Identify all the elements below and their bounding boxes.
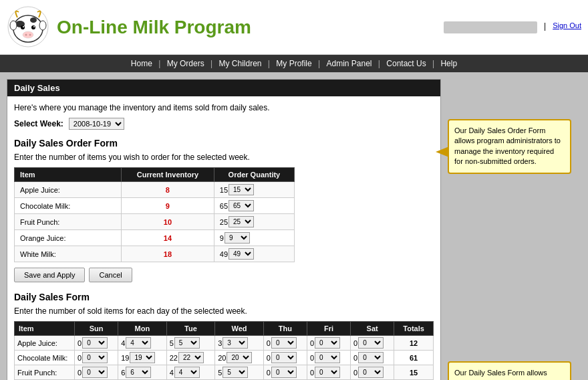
sales-wed-select[interactable]: 5	[223, 367, 248, 378]
order-qty-select[interactable]: 65	[229, 200, 254, 211]
svg-point-11	[25, 34, 27, 36]
panel-header: Daily Sales	[7, 80, 440, 96]
sales-mon-select[interactable]: 4	[126, 337, 151, 349]
order-item-name: Apple Juice:	[15, 182, 122, 198]
nav-my-orders[interactable]: My Orders	[163, 59, 208, 68]
tooltip2-text: Our Daily Sales Form allows program admi…	[454, 369, 561, 380]
order-save-apply-button[interactable]: Save and Apply	[14, 268, 85, 282]
nav-my-profile[interactable]: My Profile	[272, 59, 315, 68]
sales-total-val: 61	[394, 351, 434, 365]
pipe-sep: |	[544, 21, 546, 31]
sales-table-row: Fruit Punch: 0 0 6 6	[15, 365, 434, 380]
order-table-row: Apple Juice: 8 15 15	[15, 182, 295, 198]
order-qty-cell: 49 49	[214, 246, 294, 262]
desc-text: Here's where you manage the inventory an…	[14, 103, 434, 112]
sales-sat-select[interactable]: 0	[358, 367, 384, 378]
sales-total-val: 12	[394, 336, 434, 351]
nav-admin-panel[interactable]: Admin Panel	[322, 59, 376, 68]
sales-item-name: Apple Juice:	[15, 336, 75, 351]
signout-link[interactable]: Sign Out	[553, 21, 581, 29]
nav-contact-us[interactable]: Contact Us	[382, 59, 430, 68]
sales-item-name: Fruit Punch:	[15, 365, 75, 380]
sales-sat-cell: 0 0	[351, 336, 394, 351]
svg-point-5	[39, 21, 46, 30]
week-select[interactable]: 2008-10-19	[69, 118, 124, 130]
nav-my-children[interactable]: My Children	[214, 59, 265, 68]
sales-fri-cell: 0 0	[307, 336, 350, 351]
header-right: | Sign Out	[444, 21, 581, 33]
svg-point-12	[29, 34, 31, 36]
header-left: On-Line Milk Program	[7, 5, 251, 49]
order-cancel-button[interactable]: Cancel	[89, 268, 132, 282]
order-table-row: Orange Juice: 14 9 9	[15, 230, 295, 246]
sales-sun-select[interactable]: 0	[82, 337, 108, 349]
site-title: On-Line Milk Program	[57, 17, 251, 38]
sales-sat-select[interactable]: 0	[358, 352, 384, 363]
sales-wed-select[interactable]: 20	[227, 352, 252, 363]
sales-col-totals: Totals	[394, 322, 434, 336]
svg-point-6	[21, 25, 25, 29]
order-qty-select[interactable]: 15	[229, 184, 254, 195]
nav-sep1: |	[158, 59, 162, 68]
sales-col-fri: Fri	[307, 322, 350, 336]
select-week-label: Select Week:	[14, 119, 63, 128]
sales-wed-cell: 5 5	[215, 365, 264, 380]
header: On-Line Milk Program | Sign Out	[0, 0, 588, 55]
order-table-row: Fruit Punch: 10 25 25	[15, 214, 295, 230]
content-area: Daily Sales Here's where you manage the …	[7, 79, 441, 380]
nav-help[interactable]: Help	[436, 59, 461, 68]
order-item-name: Orange Juice:	[15, 230, 122, 246]
sales-mon-cell: 4 4	[118, 336, 167, 351]
order-inventory-val: 18	[122, 246, 214, 262]
tooltips-area: Our Daily Sales Order Form allows progra…	[448, 79, 581, 380]
sales-sun-select[interactable]: 0	[82, 352, 108, 363]
sales-col-thu: Thu	[263, 322, 307, 336]
sales-thu-cell: 0 0	[263, 336, 307, 351]
sales-thu-select[interactable]: 0	[271, 337, 297, 349]
sales-form-desc: Enter the number of sold items for each …	[14, 306, 434, 316]
sales-col-tue: Tue	[166, 322, 215, 336]
order-qty-cell: 9 9	[214, 230, 294, 246]
sales-sun-select[interactable]: 0	[82, 367, 108, 378]
sales-thu-cell: 0 0	[263, 365, 307, 380]
sales-mon-select[interactable]: 6	[126, 367, 151, 378]
order-qty-cell: 65 65	[214, 198, 294, 214]
tooltip1-text: Our Daily Sales Order Form allows progra…	[454, 126, 561, 165]
sales-col-wed: Wed	[215, 322, 264, 336]
sales-fri-select[interactable]: 0	[315, 337, 340, 349]
order-qty-select[interactable]: 25	[229, 216, 254, 227]
sales-col-sat: Sat	[351, 322, 394, 336]
svg-point-10	[23, 31, 33, 38]
sales-mon-cell: 19 19	[118, 351, 167, 365]
tooltip-order-form: Our Daily Sales Order Form allows progra…	[448, 119, 571, 174]
sales-wed-cell: 3 3	[215, 336, 264, 351]
sales-sat-select[interactable]: 0	[358, 337, 384, 349]
sales-tue-select[interactable]: 22	[178, 352, 204, 363]
order-col-inventory: Current Inventory	[122, 168, 214, 182]
order-btn-row: Save and Apply Cancel	[14, 268, 434, 282]
sales-fri-cell: 0 0	[307, 365, 350, 380]
sales-tue-select[interactable]: 4	[174, 367, 200, 378]
sales-tue-select[interactable]: 5	[174, 337, 200, 349]
sales-tue-cell: 5 5	[166, 336, 215, 351]
sales-sat-cell: 0 0	[351, 365, 394, 380]
sales-mon-select[interactable]: 19	[130, 352, 155, 363]
sales-total-val: 15	[394, 365, 434, 380]
order-table-row: Chocolate Milk: 9 65 65	[15, 198, 295, 214]
order-qty-select[interactable]: 9	[225, 232, 250, 244]
sales-thu-cell: 0 0	[263, 351, 307, 365]
sales-thu-select[interactable]: 0	[271, 352, 297, 363]
nav-home[interactable]: Home	[127, 59, 156, 68]
sales-col-item: Item	[15, 322, 75, 336]
order-item-name: Chocolate Milk:	[15, 198, 122, 214]
order-item-name: Fruit Punch:	[15, 214, 122, 230]
sales-fri-select[interactable]: 0	[315, 352, 340, 363]
order-qty-cell: 25 25	[214, 214, 294, 230]
svg-point-8	[23, 26, 24, 27]
sales-table-row: Chocolate Milk: 0 0 19 19	[15, 351, 434, 365]
sales-wed-select[interactable]: 3	[223, 337, 248, 349]
sales-sun-cell: 0 0	[75, 336, 118, 351]
order-qty-select[interactable]: 49	[229, 248, 254, 260]
sales-thu-select[interactable]: 0	[271, 367, 297, 378]
sales-fri-select[interactable]: 0	[315, 367, 340, 378]
